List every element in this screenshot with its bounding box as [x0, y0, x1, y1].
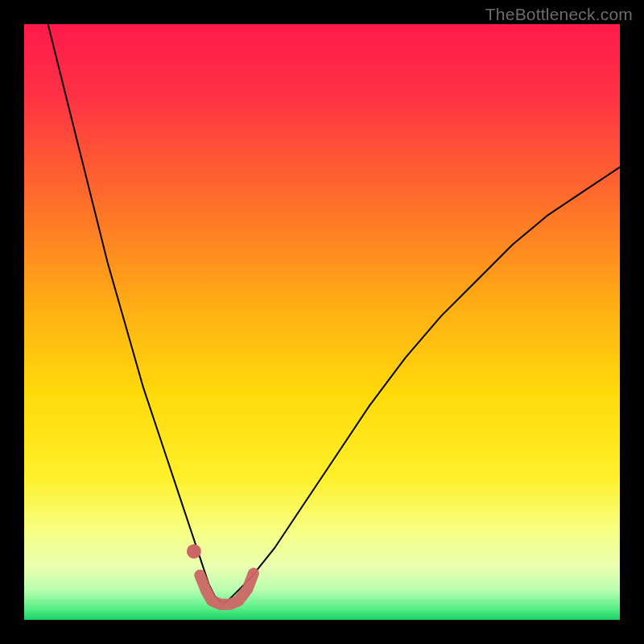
watermark-label: TheBottleneck.com — [485, 5, 633, 24]
chart-frame: TheBottleneck.com — [0, 0, 644, 644]
plot-area — [24, 24, 620, 620]
chart-svg — [24, 24, 620, 620]
highlight-marker-point — [187, 544, 201, 559]
gradient-background — [24, 24, 620, 620]
